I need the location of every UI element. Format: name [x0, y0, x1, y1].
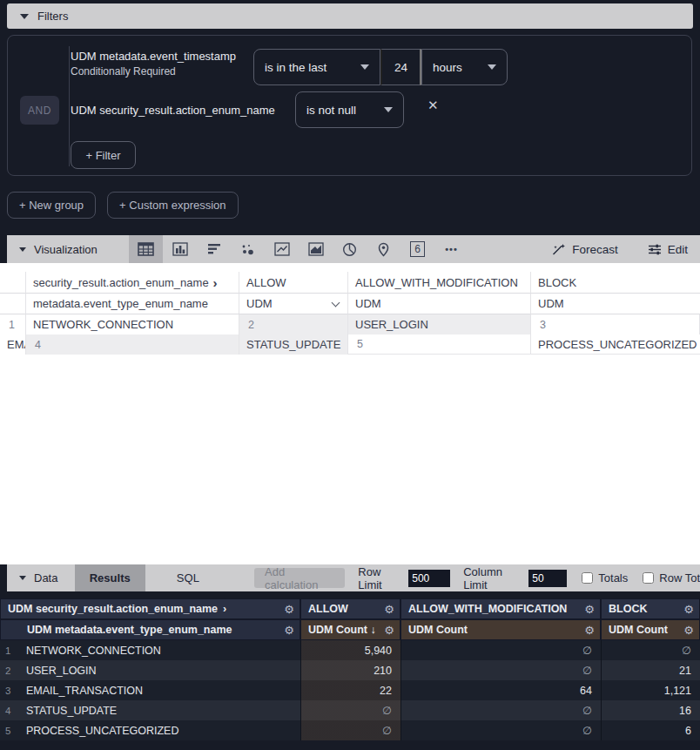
gear-icon[interactable]: ⚙ — [284, 603, 294, 616]
gear-icon[interactable]: ⚙ — [584, 624, 595, 637]
viz-row-dimension[interactable]: EMAIL_TRANSACTION — [0, 334, 26, 355]
filter-1-unit-value: hours — [433, 61, 462, 74]
data-measure-cell[interactable]: ∅ — [400, 660, 601, 680]
gear-icon[interactable]: ⚙ — [284, 624, 294, 637]
data-pivot-header-block[interactable]: BLOCK ⚙ — [601, 598, 700, 619]
row-limit-input[interactable] — [408, 570, 450, 587]
data-measure-header-3[interactable]: UDM Count ⚙ — [601, 619, 700, 640]
dropdown-arrow-icon — [360, 64, 369, 70]
data-measure-cell[interactable]: 1,121 — [601, 680, 700, 700]
data-section-header[interactable]: Data — [7, 571, 75, 584]
forecast-label: Forecast — [572, 243, 618, 256]
row-totals-checkbox-wrap: Row Tot — [643, 571, 700, 584]
viz-type-bar-chart-icon[interactable] — [163, 235, 197, 263]
data-measure-cell[interactable]: ∅ — [400, 700, 601, 720]
viz-row-field-header[interactable]: metadata.event_type_enum_name — [26, 294, 239, 314]
totals-checkbox-wrap: Totals — [582, 571, 628, 584]
viz-type-line-chart-icon[interactable] — [265, 235, 299, 263]
viz-pivot-field-label: security_result.action_enum_name — [33, 276, 209, 289]
viz-type-table-icon[interactable] — [129, 235, 163, 263]
viz-row-dimension[interactable]: NETWORK_CONNECTION — [26, 314, 239, 334]
gear-icon[interactable]: ⚙ — [683, 603, 694, 616]
filter-1-operator-select[interactable]: is in the last — [253, 49, 380, 85]
pivot-header-label: BLOCK — [609, 603, 647, 615]
viz-type-scatter-icon[interactable] — [231, 235, 265, 263]
data-measure-cell[interactable]: 6 — [601, 720, 700, 740]
data-measure-cell[interactable]: 210 — [300, 660, 400, 680]
gear-icon[interactable]: ⚙ — [384, 624, 394, 637]
dropdown-arrow-icon — [384, 107, 393, 112]
data-measure-cell[interactable]: ∅ — [300, 720, 400, 740]
viz-measure-header-2[interactable]: UDM — [348, 294, 531, 314]
single-value-glyph: 6 — [410, 241, 425, 257]
filter-1-value-input[interactable] — [380, 49, 421, 85]
filter-1-unit-select[interactable]: hours — [421, 49, 508, 85]
row-totals-checkbox[interactable] — [643, 572, 654, 584]
filter-panel: UDM metadata.event_timestamp Conditional… — [7, 35, 692, 176]
viz-type-row-chart-icon[interactable] — [197, 235, 231, 263]
data-measure-cell[interactable]: 5,940 — [300, 640, 400, 660]
data-measure-cell[interactable]: 16 — [601, 700, 700, 720]
data-measure-cell[interactable]: 21 — [601, 660, 700, 680]
new-group-button[interactable]: + New group — [7, 192, 96, 219]
data-measure-cell[interactable]: ∅ — [300, 700, 400, 720]
viz-col-header-allow[interactable]: ALLOW — [239, 272, 348, 294]
viz-col-header-block[interactable]: BLOCK — [531, 272, 700, 294]
add-filter-button[interactable]: + Filter — [71, 141, 136, 169]
data-dim-header-2[interactable]: UDM metadata.event_type_enum_name ⚙ — [0, 619, 300, 640]
data-row-dimension[interactable]: NETWORK_CONNECTION — [19, 640, 300, 660]
viz-row-dimension[interactable]: PROCESS_UNCATEGORIZED — [531, 334, 700, 355]
data-measure-cell[interactable]: ∅ — [601, 640, 700, 660]
edit-label: Edit — [668, 243, 688, 256]
data-measure-cell[interactable]: 64 — [400, 680, 601, 700]
tab-results[interactable]: Results — [75, 564, 145, 591]
data-row-dimension[interactable]: STATUS_UPDATE — [19, 700, 300, 720]
data-row-dimension[interactable]: USER_LOGIN — [19, 660, 300, 680]
data-dim-header-1[interactable]: UDM security_result.action_enum_name› ⚙ — [0, 598, 300, 619]
viz-header-gutter — [0, 272, 26, 294]
data-pivot-header-allow[interactable]: ALLOW ⚙ — [300, 598, 400, 619]
remove-filter-icon[interactable]: ✕ — [427, 98, 439, 113]
gear-icon[interactable]: ⚙ — [584, 603, 595, 616]
viz-measure-header-1[interactable]: UDM — [239, 294, 348, 314]
filters-section-header[interactable]: Filters — [7, 3, 693, 29]
gear-icon[interactable]: ⚙ — [683, 624, 694, 637]
data-measure-cell[interactable]: ∅ — [400, 640, 601, 660]
column-limit-input[interactable] — [528, 570, 567, 587]
viz-bar-actions: Forecast Edit — [551, 235, 688, 263]
viz-pivot-field-header[interactable]: security_result.action_enum_name › — [26, 272, 239, 294]
data-row-dimension[interactable]: PROCESS_UNCATEGORIZED — [19, 720, 300, 740]
tab-sql[interactable]: SQL — [158, 564, 218, 591]
filter-and-connector[interactable]: AND — [20, 96, 59, 125]
filter-2-operator-select[interactable]: is not null — [295, 91, 404, 128]
viz-col-header-allow-with-modification[interactable]: ALLOW_WITH_MODIFICATION — [348, 272, 531, 294]
data-measure-header-1[interactable]: UDM Count ↓ ⚙ — [300, 619, 400, 640]
custom-expression-button[interactable]: + Custom expression — [107, 192, 238, 219]
measure-header-label: UDM Count — [308, 624, 367, 636]
data-row-dimension[interactable]: EMAIL_TRANSACTION — [19, 680, 300, 700]
viz-type-area-chart-icon[interactable] — [299, 235, 333, 263]
column-limit-label: Column Limit — [463, 565, 523, 591]
data-measure-header-2[interactable]: UDM Count ⚙ — [400, 619, 601, 640]
data-measure-cell[interactable]: 22 — [300, 680, 400, 700]
totals-checkbox[interactable] — [582, 572, 593, 584]
pivot-header-label: ALLOW — [308, 603, 348, 615]
edit-viz-button[interactable]: Edit — [648, 243, 688, 256]
viz-type-more-icon[interactable]: ••• — [434, 235, 468, 263]
viz-type-single-value-icon[interactable]: 6 — [400, 235, 434, 263]
viz-row-number: 4 — [26, 334, 239, 355]
data-pivot-header-allow-with-modification[interactable]: ALLOW_WITH_MODIFICATION ⚙ — [400, 598, 601, 619]
filter-field-1-name: UDM metadata.event_timestamp — [71, 50, 236, 63]
viz-measure-header-3[interactable]: UDM — [531, 294, 700, 314]
viz-type-map-icon[interactable] — [367, 235, 400, 263]
data-dim-header-2-label: UDM metadata.event_type_enum_name — [8, 624, 232, 636]
filter-2-operator-value: is not null — [306, 104, 356, 117]
visualization-section-header[interactable]: Visualization — [7, 243, 98, 256]
viz-row-dimension[interactable]: USER_LOGIN — [348, 314, 531, 334]
forecast-button[interactable]: Forecast — [551, 243, 618, 256]
gear-icon[interactable]: ⚙ — [384, 603, 394, 616]
add-calculation-button[interactable]: Add calculation — [254, 568, 345, 588]
viz-row-dimension[interactable]: STATUS_UPDATE — [239, 334, 348, 355]
data-measure-cell[interactable]: ∅ — [400, 720, 601, 740]
viz-type-pie-chart-icon[interactable] — [333, 235, 367, 263]
